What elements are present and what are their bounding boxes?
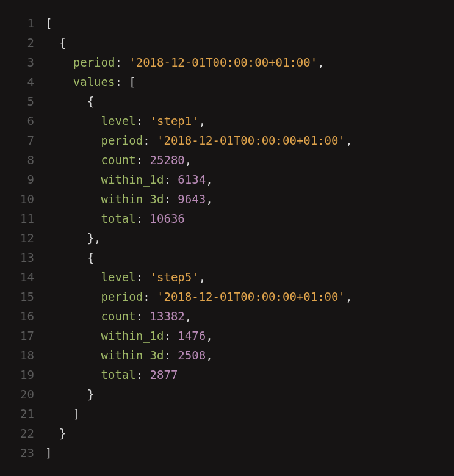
token-key: total <box>101 368 136 381</box>
token-colon: : <box>136 212 150 225</box>
code-line[interactable]: count: 25280, <box>45 150 352 170</box>
line-number: 7 <box>0 131 34 150</box>
token-punc: , <box>206 173 212 186</box>
code-line[interactable]: within_3d: 2508, <box>45 345 352 365</box>
line-number: 18 <box>0 345 34 365</box>
token-str: '2018-12-01T00:00:00+01:00' <box>157 134 345 147</box>
code-line[interactable]: }, <box>45 228 352 248</box>
code-line[interactable]: [ <box>45 13 352 33</box>
line-number: 17 <box>0 326 34 345</box>
line-number: 22 <box>0 424 34 443</box>
token-punc: ] <box>45 446 52 460</box>
token-punc: , <box>199 114 206 128</box>
line-number: 1 <box>0 13 34 33</box>
code-line[interactable]: total: 10636 <box>45 209 352 228</box>
code-line[interactable]: period: '2018-12-01T00:00:00+01:00', <box>45 131 352 150</box>
line-number: 6 <box>0 111 34 131</box>
token-colon: : <box>136 309 150 323</box>
token-num: 6134 <box>178 173 206 186</box>
token-key: period <box>101 290 143 303</box>
code-line[interactable]: } <box>45 424 352 443</box>
token-colon: : <box>136 368 150 381</box>
line-number: 10 <box>0 189 34 209</box>
code-line[interactable]: { <box>45 248 352 267</box>
line-number: 14 <box>0 267 34 287</box>
token-colon: : <box>143 134 157 147</box>
token-str: '2018-12-01T00:00:00+01:00' <box>157 290 345 303</box>
line-number: 16 <box>0 306 34 326</box>
code-line[interactable]: within_3d: 9643, <box>45 189 352 209</box>
line-number: 12 <box>0 228 34 248</box>
code-line[interactable]: within_1d: 1476, <box>45 326 352 345</box>
token-colon: : <box>164 173 178 186</box>
token-punc: , <box>345 290 352 303</box>
line-number: 3 <box>0 52 34 72</box>
token-key: period <box>101 134 143 147</box>
token-colon: : <box>115 75 129 88</box>
token-colon: : <box>143 290 157 303</box>
line-number: 13 <box>0 248 34 267</box>
code-line[interactable]: ] <box>45 404 352 424</box>
code-line[interactable]: { <box>45 92 352 111</box>
token-punc: , <box>206 192 212 206</box>
line-number: 19 <box>0 365 34 384</box>
code-line[interactable]: count: 13382, <box>45 306 352 326</box>
token-key: total <box>101 212 136 225</box>
code-line[interactable]: within_1d: 6134, <box>45 170 352 189</box>
token-key: period <box>73 56 115 69</box>
token-key: within_1d <box>101 329 164 342</box>
token-punc: , <box>317 56 324 69</box>
token-key: count <box>101 309 136 323</box>
token-key: level <box>101 270 136 284</box>
token-colon: : <box>164 192 178 206</box>
line-number: 23 <box>0 443 34 463</box>
token-punc: , <box>206 329 212 342</box>
token-num: 9643 <box>178 192 206 206</box>
token-num: 1476 <box>178 329 206 342</box>
code-line[interactable]: total: 2877 <box>45 365 352 384</box>
token-colon: : <box>164 329 178 342</box>
line-number: 4 <box>0 72 34 92</box>
token-punc: , <box>199 270 206 284</box>
code-line[interactable]: level: 'step1', <box>45 111 352 131</box>
token-colon: : <box>136 270 150 284</box>
token-colon: : <box>136 114 150 128</box>
token-key: within_3d <box>101 348 164 362</box>
token-num: 2508 <box>178 348 206 362</box>
token-punc: { <box>87 95 94 108</box>
token-punc: , <box>345 134 352 147</box>
token-num: 10636 <box>150 212 185 225</box>
token-punc: ] <box>73 407 80 420</box>
code-line[interactable]: period: '2018-12-01T00:00:00+01:00', <box>45 287 352 306</box>
code-line[interactable]: level: 'step5', <box>45 267 352 287</box>
token-key: values <box>73 75 115 88</box>
token-punc: [ <box>45 16 52 30</box>
code-editor[interactable]: 1234567891011121314151617181920212223 [ … <box>0 0 454 476</box>
code-line[interactable]: ] <box>45 443 352 463</box>
line-number: 15 <box>0 287 34 306</box>
token-punc: { <box>59 36 66 49</box>
token-punc: , <box>185 153 192 167</box>
code-line[interactable]: { <box>45 33 352 52</box>
token-punc: } <box>87 388 94 401</box>
token-str: 'step1' <box>150 114 199 128</box>
code-line[interactable]: period: '2018-12-01T00:00:00+01:00', <box>45 52 352 72</box>
code-line[interactable]: } <box>45 384 352 404</box>
line-number: 8 <box>0 150 34 170</box>
token-key: within_3d <box>101 192 164 206</box>
token-key: level <box>101 114 136 128</box>
token-punc: , <box>206 348 212 362</box>
token-punc: { <box>87 251 94 264</box>
token-key: count <box>101 153 136 167</box>
token-num: 2877 <box>150 368 178 381</box>
line-number: 11 <box>0 209 34 228</box>
token-num: 25280 <box>150 153 185 167</box>
token-punc: }, <box>87 231 101 245</box>
token-str: 'step5' <box>150 270 199 284</box>
line-number: 20 <box>0 384 34 404</box>
code-line[interactable]: values: [ <box>45 72 352 92</box>
token-colon: : <box>115 56 129 69</box>
token-colon: : <box>164 348 178 362</box>
code-content[interactable]: [ { period: '2018-12-01T00:00:00+01:00',… <box>45 13 352 463</box>
token-key: within_1d <box>101 173 164 186</box>
